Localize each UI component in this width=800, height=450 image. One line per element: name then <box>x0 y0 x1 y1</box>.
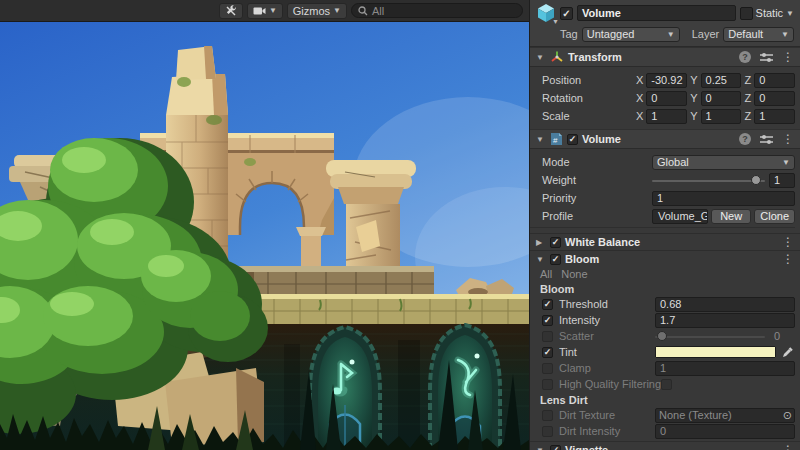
rotation-y-field[interactable]: 0 <box>701 91 742 106</box>
scene-tools-button[interactable] <box>219 3 243 19</box>
rotation-row: Rotation X 0 Y 0 Z 0 <box>530 90 795 106</box>
scene-search-input[interactable]: All <box>351 3 523 18</box>
position-row: Position X -30.92 Y 0.25 Z 0 <box>530 72 795 88</box>
gameobject-active-checkbox[interactable]: ✓ <box>560 7 573 20</box>
position-x-field[interactable]: -30.92 <box>646 73 687 88</box>
rotation-z-field[interactable]: 0 <box>754 91 795 106</box>
gameobject-cube-icon[interactable]: ▼ <box>536 3 556 23</box>
position-y-field[interactable]: 0.25 <box>701 73 742 88</box>
scatter-slider[interactable] <box>655 329 765 344</box>
scale-y-field[interactable]: 1 <box>701 109 742 124</box>
scene-view[interactable]: ▼ Gizmos ▼ All <box>0 0 529 450</box>
vignette-checkbox[interactable]: ✓ <box>550 445 561 450</box>
none-link[interactable]: None <box>561 268 587 280</box>
threshold-field[interactable]: 0.68 <box>655 297 795 312</box>
position-z-field[interactable]: 0 <box>754 73 795 88</box>
hqf-override-checkbox[interactable]: ✓ <box>542 379 553 390</box>
scene-camera-button[interactable]: ▼ <box>247 3 283 19</box>
axis-z-label: Z <box>744 74 751 86</box>
axis-y-label: Y <box>690 74 697 86</box>
transform-header[interactable]: ▼ Transform ? ⋮ <box>530 47 800 67</box>
mode-value: Global <box>657 156 689 168</box>
weight-label: Weight <box>530 174 636 186</box>
kebab-menu-icon[interactable]: ⋮ <box>782 444 794 450</box>
all-link[interactable]: All <box>540 268 552 280</box>
volume-enabled-checkbox[interactable]: ✓ <box>567 134 578 145</box>
axis-y-label: Y <box>690 110 697 122</box>
bloom-allnone: All None <box>530 267 800 280</box>
scatter-label: Scatter <box>559 330 655 342</box>
gameobject-name-field[interactable]: Volume <box>577 5 736 21</box>
intensity-override-checkbox[interactable]: ✓ <box>542 315 553 326</box>
intensity-label: Intensity <box>559 314 655 326</box>
threshold-override-checkbox[interactable]: ✓ <box>542 299 553 310</box>
icon-dropdown-arrow: ▼ <box>552 18 559 25</box>
hqf-label: High Quality Filtering <box>559 378 661 390</box>
axis-x-label: X <box>636 110 643 122</box>
foldout-arrow[interactable]: ▼ <box>536 135 546 144</box>
mode-dropdown[interactable]: Global ▼ <box>652 155 795 170</box>
dirt-texture-override-checkbox[interactable]: ✓ <box>542 410 553 421</box>
intensity-field[interactable]: 1.7 <box>655 313 795 328</box>
static-checkbox[interactable]: ✓ <box>740 7 753 20</box>
tint-override-checkbox[interactable]: ✓ <box>542 347 553 358</box>
axis-x-label: X <box>636 92 643 104</box>
dirt-intensity-override-checkbox[interactable]: ✓ <box>542 426 553 437</box>
eyedropper-icon[interactable] <box>779 345 795 359</box>
dirt-texture-row: ✓ Dirt Texture None (Texture) ⊙ <box>530 408 800 422</box>
gizmos-dropdown-arrow: ▼ <box>333 6 341 15</box>
priority-field[interactable]: 1 <box>652 191 795 206</box>
white-balance-header[interactable]: ▶ ✓ White Balance ⋮ <box>530 233 800 250</box>
volume-component-header[interactable]: ▼ # ✓ Volume ? ⋮ <box>530 129 800 149</box>
foldout-arrow[interactable]: ▼ <box>536 53 546 62</box>
scale-label: Scale <box>530 110 636 122</box>
scale-x-field[interactable]: 1 <box>646 109 687 124</box>
axis-z-label: Z <box>744 92 751 104</box>
clamp-override-checkbox[interactable]: ✓ <box>542 363 553 374</box>
dirt-intensity-label: Dirt Intensity <box>559 425 655 437</box>
presets-icon[interactable] <box>760 52 773 63</box>
intensity-row: ✓ Intensity 1.7 <box>530 313 800 327</box>
kebab-menu-icon[interactable]: ⋮ <box>782 133 794 145</box>
presets-icon[interactable] <box>760 134 773 145</box>
rotation-x-field[interactable]: 0 <box>646 91 687 106</box>
clamp-field: 1 <box>655 361 795 376</box>
bloom-header[interactable]: ▼ ✓ Bloom ⋮ <box>530 250 800 267</box>
scatter-override-checkbox[interactable]: ✓ <box>542 331 553 342</box>
search-icon <box>358 6 368 16</box>
kebab-menu-icon[interactable]: ⋮ <box>782 253 794 265</box>
object-picker-icon[interactable]: ⊙ <box>783 409 792 422</box>
kebab-menu-icon[interactable]: ⋮ <box>782 51 794 63</box>
foldout-arrow[interactable]: ▼ <box>536 255 546 264</box>
profile-clone-button[interactable]: Clone <box>754 209 795 224</box>
scatter-value: 0 <box>769 329 795 344</box>
kebab-menu-icon[interactable]: ⋮ <box>782 236 794 248</box>
profile-object-field[interactable]: Volume_Gl ⊙ <box>652 209 708 224</box>
vignette-header[interactable]: ▼ ✓ Vignette ⋮ <box>530 441 800 450</box>
profile-new-button[interactable]: New <box>711 209 752 224</box>
clamp-row: ✓ Clamp 1 <box>530 361 800 375</box>
tag-value: Untagged <box>587 28 635 40</box>
help-icon[interactable]: ? <box>739 133 751 145</box>
tint-row: ✓ Tint <box>530 345 800 359</box>
gizmos-dropdown[interactable]: Gizmos ▼ <box>287 3 347 19</box>
layer-dropdown[interactable]: Default ▼ <box>723 27 794 42</box>
foldout-arrow[interactable]: ▼ <box>536 446 546 450</box>
clamp-label: Clamp <box>559 362 655 374</box>
weight-value-field[interactable]: 1 <box>769 173 795 188</box>
scale-z-field[interactable]: 1 <box>754 109 795 124</box>
priority-row: Priority 1 <box>530 190 795 206</box>
inspector-panel: ▼ ✓ Volume ✓ Static ▼ Tag Untagged ▼ La <box>529 0 800 450</box>
white-balance-checkbox[interactable]: ✓ <box>550 237 561 248</box>
bloom-checkbox[interactable]: ✓ <box>550 254 561 265</box>
static-dropdown-arrow[interactable]: ▼ <box>786 9 794 18</box>
foldout-arrow[interactable]: ▶ <box>536 238 546 247</box>
tag-dropdown[interactable]: Untagged ▼ <box>582 27 680 42</box>
weight-row: Weight 1 <box>530 172 795 188</box>
weight-slider[interactable] <box>652 173 765 188</box>
static-label: Static <box>756 7 784 19</box>
mode-label: Mode <box>530 156 636 168</box>
tint-color-swatch[interactable] <box>655 346 776 358</box>
help-icon[interactable]: ? <box>739 51 751 63</box>
scene-toolbar: ▼ Gizmos ▼ All <box>0 0 529 22</box>
